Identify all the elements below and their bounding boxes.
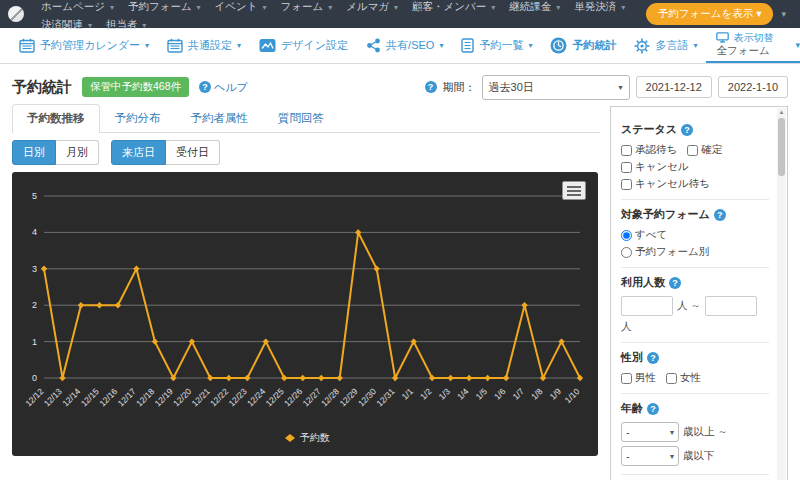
tab-reservation-trend[interactable]: 予約数推移 bbox=[12, 104, 100, 133]
people-min-input[interactable] bbox=[621, 296, 673, 316]
reception-date-button[interactable]: 受付日 bbox=[166, 140, 220, 165]
top-nav-item-4[interactable]: メルマガ ▾ bbox=[339, 0, 405, 12]
svg-text:1/10: 1/10 bbox=[563, 386, 582, 405]
svg-text:1/9: 1/9 bbox=[547, 386, 563, 402]
toolbar-item-reservation-list[interactable]: 予約一覧▾ bbox=[452, 28, 541, 63]
radio-option[interactable]: 予約フォーム別 bbox=[621, 245, 769, 259]
top-nav-item-5[interactable]: 顧客・メンバー ▾ bbox=[405, 0, 502, 12]
svg-text:1/2: 1/2 bbox=[418, 386, 434, 402]
top-nav-item-2[interactable]: イベント ▾ bbox=[208, 0, 274, 12]
checkbox-option[interactable]: キャンセル待ち bbox=[621, 177, 710, 191]
filter-section-5: 都道府県 ?選択してください▾ bbox=[621, 475, 769, 480]
help-icon: ? bbox=[681, 124, 693, 136]
chevron-down-icon: ▾ bbox=[439, 41, 443, 50]
svg-text:12/18: 12/18 bbox=[134, 386, 156, 408]
checkbox-input[interactable] bbox=[621, 162, 632, 173]
date-from-input[interactable]: 2021-12-12 bbox=[636, 76, 712, 98]
checkbox-input[interactable] bbox=[621, 145, 632, 156]
show-reservation-form-button[interactable]: 予約フォームを表示 ▾ bbox=[646, 3, 774, 25]
top-navbar: ホームページ ▾予約フォーム ▾イベント ▾フォーム ▾メルマガ ▾顧客・メンバ… bbox=[0, 0, 800, 28]
svg-text:12/15: 12/15 bbox=[79, 386, 101, 408]
image-icon bbox=[259, 38, 276, 53]
chart-export-menu-icon[interactable] bbox=[562, 181, 586, 200]
radio-option[interactable]: すべて bbox=[621, 228, 769, 242]
svg-text:1/1: 1/1 bbox=[400, 386, 416, 402]
radio-input[interactable] bbox=[621, 247, 632, 258]
people-max-input[interactable] bbox=[705, 296, 757, 316]
help-icon: ? bbox=[669, 277, 681, 289]
top-nav-item-7[interactable]: 単発決済 ▾ bbox=[567, 0, 632, 12]
help-icon: ? bbox=[647, 403, 659, 415]
chevron-down-icon: ▾ bbox=[670, 428, 674, 437]
date-to-input[interactable]: 2022-1-10 bbox=[718, 76, 788, 98]
top-nav-item-6[interactable]: 継続課金 ▾ bbox=[502, 0, 567, 12]
scroll-up-icon[interactable]: ▲ bbox=[777, 109, 786, 115]
chevron-down-icon: ▾ bbox=[556, 3, 560, 12]
toolbar-item-share-seo[interactable]: 共有/SEO▾ bbox=[357, 28, 452, 63]
app-logo-icon bbox=[8, 6, 24, 22]
clock-icon bbox=[550, 37, 567, 54]
checkbox-input[interactable] bbox=[687, 145, 698, 156]
checkbox-input[interactable] bbox=[621, 179, 632, 190]
daily-button[interactable]: 日別 bbox=[12, 140, 56, 165]
toolbar-item-reservation-stats[interactable]: 予約統計 bbox=[541, 28, 625, 63]
svg-text:3: 3 bbox=[32, 264, 37, 274]
svg-text:12/27: 12/27 bbox=[301, 386, 323, 408]
stats-header-row: 予約統計 保管中予約数468件 ? ヘルプ ? 期間： 過去30日 ▾ 2021… bbox=[12, 72, 788, 102]
calendar-icon bbox=[167, 38, 183, 53]
period-select[interactable]: 過去30日 ▾ bbox=[482, 75, 630, 100]
checkbox-input[interactable] bbox=[666, 373, 677, 384]
age-min-select[interactable]: -▾ bbox=[621, 422, 679, 442]
chart-legend[interactable]: 予約数 bbox=[285, 432, 330, 443]
chevron-down-icon: ▾ bbox=[670, 452, 674, 461]
checkbox-option[interactable]: 女性 bbox=[666, 371, 701, 385]
svg-text:予約数: 予約数 bbox=[299, 432, 330, 443]
checkbox-option[interactable]: 男性 bbox=[621, 371, 656, 385]
filter-section-label: 利用人数 ? bbox=[621, 275, 769, 290]
scrollbar-thumb[interactable] bbox=[778, 118, 785, 176]
tab-question-answers[interactable]: 質問回答 bbox=[263, 104, 339, 132]
top-nav-item-0[interactable]: ホームページ ▾ bbox=[34, 0, 121, 12]
filter-section-label: 対象予約フォーム ? bbox=[621, 207, 769, 222]
help-icon: ? bbox=[647, 352, 659, 364]
svg-text:12/17: 12/17 bbox=[116, 386, 138, 408]
svg-text:1/6: 1/6 bbox=[492, 386, 508, 402]
period-help-icon: ? bbox=[425, 81, 437, 93]
checkbox-option[interactable]: 承認待ち bbox=[621, 143, 677, 157]
user-menu-caret-icon[interactable]: ▾ bbox=[775, 9, 792, 19]
checkbox-input[interactable] bbox=[621, 373, 632, 384]
document-icon bbox=[461, 38, 474, 53]
radio-input[interactable] bbox=[621, 230, 632, 241]
top-nav-item-3[interactable]: フォーム ▾ bbox=[274, 0, 340, 12]
toolbar-item-common-settings[interactable]: 共通設定▾ bbox=[158, 28, 250, 63]
chevron-down-icon: ▾ bbox=[394, 3, 398, 12]
filter-section-label: ステータス ? bbox=[621, 122, 769, 137]
help-link[interactable]: ? ヘルプ bbox=[199, 80, 248, 95]
period-label: 期間： bbox=[443, 80, 476, 95]
visit-date-button[interactable]: 来店日 bbox=[111, 140, 166, 165]
toolbar-item-multilanguage[interactable]: 多言語▾ bbox=[625, 28, 706, 63]
svg-text:1/5: 1/5 bbox=[474, 386, 490, 402]
chevron-down-icon: ▾ bbox=[756, 7, 761, 19]
tab-reserver-attributes[interactable]: 予約者属性 bbox=[176, 104, 264, 132]
svg-text:12/23: 12/23 bbox=[227, 386, 249, 408]
chevron-down-icon: ▾ bbox=[795, 40, 800, 50]
chevron-down-icon: ▾ bbox=[328, 3, 332, 12]
svg-text:12/21: 12/21 bbox=[190, 386, 212, 408]
top-nav-item-1[interactable]: 予約フォーム ▾ bbox=[121, 0, 208, 12]
checkbox-option[interactable]: キャンセル bbox=[621, 160, 689, 174]
chevron-down-icon: ▾ bbox=[528, 41, 532, 50]
filter-section-1: 対象予約フォーム ?すべて予約フォーム別 bbox=[621, 200, 769, 268]
svg-text:1/3: 1/3 bbox=[437, 386, 453, 402]
checkbox-option[interactable]: 確定 bbox=[687, 143, 722, 157]
display-switch-dropdown[interactable]: 表示切替 全フォーム ▾ bbox=[706, 28, 800, 63]
svg-text:1/4: 1/4 bbox=[455, 386, 471, 402]
toolbar-item-design-settings[interactable]: デザイン設定 bbox=[250, 28, 357, 63]
monthly-button[interactable]: 月別 bbox=[56, 140, 99, 165]
svg-text:1/8: 1/8 bbox=[529, 386, 545, 402]
tab-reservation-distribution[interactable]: 予約分布 bbox=[100, 104, 176, 132]
toolbar-item-reservation-calendar[interactable]: 予約管理カレンダー▾ bbox=[10, 28, 158, 63]
age-max-select[interactable]: -▾ bbox=[621, 446, 679, 466]
sidebar-scrollbar[interactable]: ▲ ▼ bbox=[777, 108, 786, 480]
svg-text:12/14: 12/14 bbox=[60, 386, 82, 408]
